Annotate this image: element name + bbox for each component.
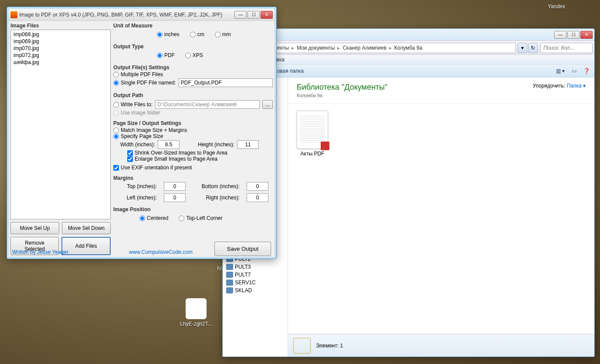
computer-icon [226, 287, 233, 293]
desktop-icon[interactable]: LhyE-zgh2T... [179, 298, 214, 327]
radio-topleft[interactable]: Top-Left Corner [179, 215, 222, 221]
website-link[interactable]: www.CompulsiveCode.com [129, 249, 193, 255]
new-folder-button[interactable]: Новая папка [273, 68, 304, 74]
margin-right-input[interactable] [247, 193, 268, 202]
pdf-thumbnail-icon [297, 111, 328, 149]
check-shrink[interactable]: Shrink Over-Sized Images to Page Area [113, 150, 273, 156]
image-files-list[interactable]: imp068.jpg imp069.jpg imp070.jpg imp072.… [10, 30, 111, 219]
list-item[interactable]: шейфа.jpg [12, 59, 109, 66]
radio-centered[interactable]: Centered [139, 215, 168, 221]
search-input[interactable] [540, 43, 593, 53]
refresh-button[interactable]: ↻ [528, 43, 538, 53]
list-item[interactable]: imp072.jpg [12, 52, 109, 59]
tree-item[interactable]: SERV1C [224, 279, 286, 286]
save-output-button[interactable]: Save Output [214, 242, 271, 256]
files-area[interactable]: Акты.PDF [288, 104, 594, 334]
radio-mm[interactable]: mm [215, 31, 231, 37]
margins-label: Margins [113, 175, 273, 181]
height-input[interactable] [237, 140, 259, 149]
tree-item[interactable]: PULT7 [224, 271, 286, 279]
move-down-button[interactable]: Move Sel Down [62, 222, 111, 234]
breadcrumb-item[interactable]: Сканер Алимпиев [341, 45, 388, 51]
radio-inches[interactable]: inches [157, 31, 180, 37]
chevron-right-icon: ▸ [388, 45, 393, 51]
radio-write-to[interactable]: Write Files to: [113, 101, 153, 108]
margin-right-label: Right (inches): [197, 195, 240, 201]
computer-icon [226, 264, 233, 270]
desktop-icon-yandex[interactable]: Yandex [548, 3, 565, 10]
radio-multiple-pdf[interactable]: Multiple PDF Files [113, 71, 273, 78]
unit-label: Unit of Measure [113, 23, 273, 29]
radio-xps[interactable]: XPS [185, 52, 203, 58]
explorer-titlebar[interactable]: — ☐ ✕ [223, 29, 594, 41]
minimize-button[interactable]: — [234, 11, 247, 19]
app-title: Image to PDF or XPS v4.0 (JPG, PNG, BMP,… [17, 12, 234, 18]
explorer-window: — ☐ ✕ иблиотеки▸ Документы▸ Мои документ… [222, 28, 595, 357]
position-label: Image Position [113, 206, 273, 212]
explorer-content: Библиотека "Документы" Колумба 9а Упоряд… [288, 78, 594, 357]
author-link[interactable]: Written by Jesse Yeager [12, 249, 68, 255]
output-path-input [155, 100, 260, 109]
width-label: Width (inches): [120, 142, 155, 148]
margin-left-label: Left (inches): [122, 195, 157, 201]
margin-top-input[interactable] [164, 182, 186, 191]
move-up-button[interactable]: Move Sel Up [10, 222, 59, 234]
output-files-label: Output File(s) Settings [113, 64, 273, 71]
tree-item[interactable]: PULT3 [224, 263, 286, 271]
sort-dropdown[interactable]: Папка ▾ [567, 83, 586, 89]
check-enlarge[interactable]: Enlarge Small Images to Page Area [113, 156, 273, 162]
chevron-right-icon: ▸ [291, 45, 295, 51]
browse-button[interactable]: ... [262, 100, 273, 109]
folder-icon [293, 338, 311, 354]
chevron-right-icon: ▸ [336, 45, 341, 51]
computer-icon [226, 272, 233, 278]
radio-specify-size[interactable]: Specify Page Size [113, 133, 273, 139]
output-path-label: Output Path [113, 92, 273, 98]
radio-pdf[interactable]: PDF [157, 52, 175, 58]
list-item[interactable]: imp068.jpg [12, 31, 109, 38]
computer-icon [226, 280, 233, 286]
tree-item[interactable]: SKLAD [224, 286, 286, 294]
minimize-button[interactable]: — [554, 31, 566, 39]
margin-bottom-input[interactable] [247, 182, 268, 191]
maximize-button[interactable]: ☐ [247, 11, 260, 19]
check-exif[interactable]: Use EXIF orientation if present [113, 165, 273, 171]
radio-cm[interactable]: cm [190, 31, 204, 37]
image-files-label: Image Files [10, 23, 111, 29]
maximize-button[interactable]: ☐ [567, 31, 580, 39]
view-mode-button[interactable]: ▥ ▾ [556, 68, 565, 74]
pdf-filename-input[interactable] [179, 78, 273, 87]
margin-bottom-label: Bottom (inches): [197, 183, 240, 189]
width-input[interactable] [158, 140, 180, 149]
file-icon [186, 298, 207, 319]
output-type-label: Output Type [113, 44, 273, 50]
app-window: Image to PDF or XPS v4.0 (JPG, PNG, BMP,… [7, 7, 277, 259]
margin-top-label: Top (inches): [122, 183, 157, 189]
radio-single-pdf[interactable]: Single PDF File named: [113, 80, 176, 86]
breadcrumb-item[interactable]: Мои документы [295, 45, 336, 51]
list-item[interactable]: imp069.jpg [12, 38, 109, 45]
breadcrumb-item[interactable]: Колумба 9а [393, 45, 424, 51]
file-name: Акты.PDF [295, 151, 330, 157]
library-title: Библиотека "Документы" [297, 83, 387, 92]
explorer-menu-bar: ид Сервис Справка [223, 55, 594, 64]
radio-use-image-folder: Use image folder [113, 110, 273, 116]
app-icon [10, 11, 17, 18]
margin-left-input[interactable] [164, 193, 186, 202]
status-text: Элемент: 1 [316, 343, 343, 349]
library-subtitle: Колумба 9а [297, 93, 387, 98]
height-label: Height (inches): [198, 142, 234, 148]
desktop-icon-label: LhyE-zgh2T... [179, 321, 214, 327]
radio-match-size[interactable]: Match Image Size + Margins [113, 127, 273, 133]
sort-label: Упорядочить: [533, 83, 566, 89]
preview-pane-button[interactable]: ▭ [572, 68, 576, 74]
refresh-button[interactable]: ▾ [518, 43, 527, 53]
close-button[interactable]: ✕ [261, 11, 273, 19]
help-icon[interactable]: ❓ [583, 68, 590, 74]
list-item[interactable]: imp070.jpg [12, 45, 109, 52]
file-item-pdf[interactable]: Акты.PDF [295, 111, 330, 157]
close-button[interactable]: ✕ [580, 31, 593, 39]
app-titlebar[interactable]: Image to PDF or XPS v4.0 (JPG, PNG, BMP,… [9, 9, 275, 21]
explorer-toolbar: Общий доступ ▾ Новая папка ▥ ▾ ▭ ❓ [223, 64, 594, 78]
explorer-nav-bar: иблиотеки▸ Документы▸ Мои документы▸ Ска… [223, 41, 594, 55]
